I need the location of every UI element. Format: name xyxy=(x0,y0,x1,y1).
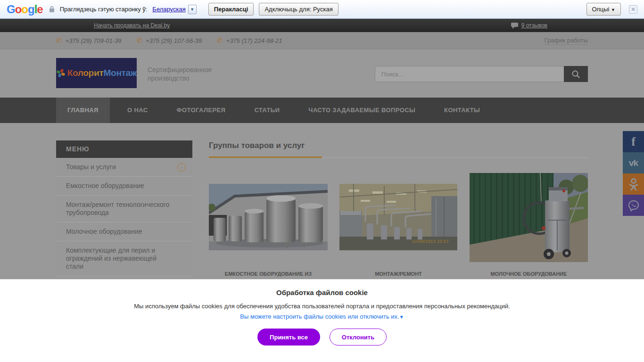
sidebar-item-label: Комплектующие для перил и ограждений из … xyxy=(66,247,157,270)
logo-part-colorit: Колорит xyxy=(67,68,104,78)
social-share-rail: f vk xyxy=(623,131,644,216)
category-caption[interactable]: МОНТАЖ/РЕМОНТ xyxy=(339,271,457,277)
company-logo[interactable]: КолоритМонтаж xyxy=(56,58,137,88)
cookie-dialog-message: Мы используем файлы cookies для обеспече… xyxy=(0,303,644,310)
sidebar-item-label: Емкостное оборудование xyxy=(66,182,144,189)
facebook-icon: f xyxy=(631,135,636,149)
reviews-link[interactable]: 9 отзывов xyxy=(511,22,547,29)
reviews-label: 9 отзывов xyxy=(521,22,547,29)
title-underline xyxy=(209,156,588,158)
nav-item-home[interactable]: ГЛАВНАЯ xyxy=(56,98,110,123)
category-caption[interactable]: ЕМКОСТНОЕ ОБОРУДОВАНИЕ ИЗ xyxy=(209,271,328,277)
chevron-right-icon: › xyxy=(177,163,186,172)
category-image-stainless-tanks xyxy=(209,184,328,250)
cookie-consent-dialog: Обработка файлов cookie Мы используем фа… xyxy=(0,279,644,362)
decline-cookies-button[interactable]: Отклонить xyxy=(330,329,387,346)
cookie-dialog-title: Обработка файлов cookie xyxy=(0,288,644,296)
speech-bubble-icon xyxy=(511,23,518,29)
translate-prompt: Праглядзець гэтую старонку ў: xyxy=(60,6,148,13)
search-icon xyxy=(571,70,580,79)
start-selling-link[interactable]: Начать продавать на Deal.by xyxy=(94,22,170,29)
accept-all-cookies-button[interactable]: Принять все xyxy=(257,329,320,346)
viber-icon xyxy=(628,200,639,211)
phone-number[interactable]: ✆ +375 (17) 224-98-21 xyxy=(217,36,282,45)
search-bar xyxy=(375,66,588,82)
vk-icon: vk xyxy=(629,158,638,168)
sidebar-title: МЕНЮ xyxy=(56,140,192,158)
nav-item-articles[interactable]: СТАТЬИ xyxy=(243,98,291,123)
cookie-settings-link[interactable]: Вы можете настроить файлы cookies или от… xyxy=(240,313,404,320)
options-label: Опцыі xyxy=(592,6,610,13)
disable-translation-button[interactable]: Адключыць для: Руская xyxy=(259,3,338,16)
work-schedule-link[interactable]: График работы xyxy=(545,37,588,45)
photo-timestamp: 12/09/2013 22:57 xyxy=(412,239,449,244)
nav-item-contacts[interactable]: КОНТАКТЫ xyxy=(433,98,491,123)
nav-item-about[interactable]: О НАС xyxy=(116,98,159,123)
sidebar-item-products-services[interactable]: Товары и услуги › xyxy=(56,158,192,177)
sidebar-item-tank-equipment[interactable]: Емкостное оборудование xyxy=(56,177,192,196)
site-header: КолоритМонтаж Сертифицированное производ… xyxy=(0,49,644,98)
phone-number[interactable]: ✆ +375 (29) 107-56-39 xyxy=(136,36,201,45)
google-logo-letter: o xyxy=(21,3,28,16)
google-translate-bar: Google Праглядзець гэтую старонку ў: Бел… xyxy=(0,0,644,19)
close-icon[interactable]: ✕ xyxy=(629,5,637,14)
page: Google Праглядзець гэтую старонку ў: Бел… xyxy=(0,0,644,362)
nav-item-faq[interactable]: ЧАСТО ЗАДАВАЕМЫЕ ВОПРОСЫ xyxy=(297,98,427,123)
phone-number[interactable]: ✆ +375 (29) 709-01-39 xyxy=(56,36,121,45)
sidebar-item-railing-components[interactable]: Комплектующие для перил и ограждений из … xyxy=(56,241,192,276)
phone-icon: ✆ xyxy=(217,36,223,45)
language-dropdown-button[interactable]: ▼ xyxy=(188,5,197,14)
main-content: Группы товаров и услуг xyxy=(209,123,588,279)
phone-icon: ✆ xyxy=(136,36,142,45)
sidebar-item-label: Молочное оборудование xyxy=(66,228,142,235)
sidebar-item-label: Товары и услуги xyxy=(66,163,116,171)
odnoklassniki-share-button[interactable] xyxy=(623,173,644,195)
lock-icon xyxy=(49,6,55,13)
viber-share-button[interactable] xyxy=(623,195,644,216)
tagline-line: производство xyxy=(148,74,212,82)
search-button[interactable] xyxy=(564,66,588,82)
phone-icon: ✆ xyxy=(56,36,62,45)
chevron-down-icon: ▼ xyxy=(611,8,615,12)
search-input[interactable] xyxy=(375,66,564,82)
logo-text: КолоритМонтаж xyxy=(67,68,137,78)
google-logo-letter: g xyxy=(28,3,34,16)
google-logo-letter: o xyxy=(15,3,22,16)
language-link[interactable]: Беларуская xyxy=(152,6,185,13)
category-card-tank-equipment[interactable] xyxy=(209,184,328,250)
sidebar-item-dairy-equipment[interactable]: Молочное оборудование xyxy=(56,222,192,241)
google-logo: Google xyxy=(7,3,43,16)
facebook-share-button[interactable]: f xyxy=(623,131,644,152)
phone-label: +375 (29) 107-56-39 xyxy=(146,37,202,44)
chevron-down-icon: ▼ xyxy=(399,314,404,320)
phone-label: +375 (29) 709-01-39 xyxy=(66,37,122,44)
sidebar-item-label: Монтаж/ремонт технологического трубопров… xyxy=(66,201,169,216)
category-image-milking-unit xyxy=(470,173,588,262)
category-caption[interactable]: МОЛОЧНОЕ ОБОРУДОВАНИЕ xyxy=(470,271,588,277)
category-card-dairy-equipment[interactable] xyxy=(470,173,588,262)
odnoklassniki-icon xyxy=(628,178,639,190)
sidebar-item-pipeline[interactable]: Монтаж/ремонт технологического трубопров… xyxy=(56,196,192,222)
google-logo-letter: e xyxy=(37,3,42,16)
page-title: Группы товаров и услуг xyxy=(209,141,588,150)
options-button[interactable]: Опцыі ▼ xyxy=(586,3,621,16)
vk-share-button[interactable]: vk xyxy=(623,152,644,173)
phone-label: +375 (17) 224-98-21 xyxy=(226,37,282,44)
category-card-pipeline-montage[interactable]: 12/09/2013 22:57 xyxy=(339,184,457,250)
company-tagline: Сертифицированное производство xyxy=(148,66,212,82)
marketplace-top-bar: Начать продавать на Deal.by 9 отзывов xyxy=(0,19,644,32)
google-logo-letter: G xyxy=(7,3,15,16)
nav-item-photo-gallery[interactable]: ФОТОГАЛЕРЕЯ xyxy=(165,98,237,123)
tagline-line: Сертифицированное xyxy=(148,66,212,74)
contact-bar: ✆ +375 (29) 709-01-39 ✆ +375 (29) 107-56… xyxy=(0,32,644,49)
main-navigation: ГЛАВНАЯ О НАС ФОТОГАЛЕРЕЯ СТАТЬИ ЧАСТО З… xyxy=(0,98,644,123)
translate-button[interactable]: Перакласці xyxy=(208,3,254,16)
pinwheel-icon xyxy=(56,68,66,78)
logo-part-montazh: Монтаж xyxy=(104,68,137,78)
cookie-settings-link-label: Вы можете настроить файлы cookies или от… xyxy=(240,313,399,320)
sidebar-menu: МЕНЮ Товары и услуги › Емкостное оборудо… xyxy=(56,140,192,276)
